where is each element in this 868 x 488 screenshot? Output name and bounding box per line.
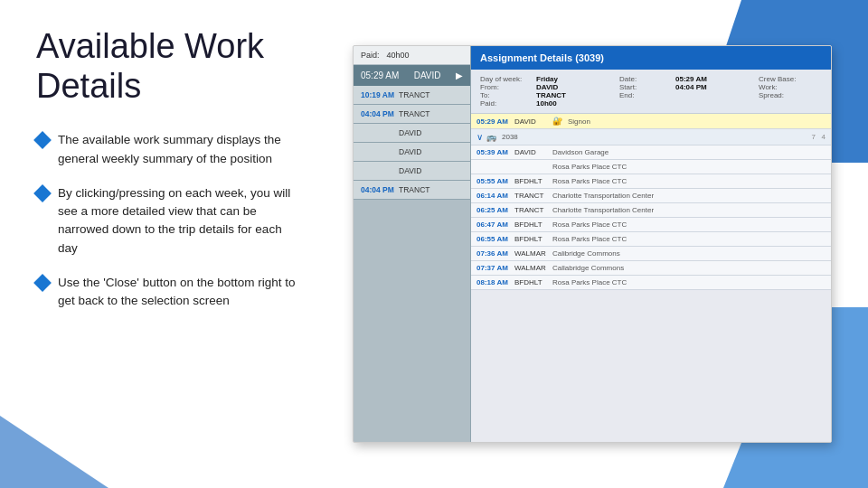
bullet-text-3: Use the 'Close' button on the bottom rig… xyxy=(58,274,298,311)
ss-sidebar: Paid: 40h00 05:29 AM DAVID ▶ 10:19 AM TR… xyxy=(354,46,471,442)
ss-sidebar-row-5[interactable]: 04:04 PM TRANCT xyxy=(354,181,470,200)
ss-sched-row-9[interactable]: 08:18 AM BFDHLT Rosa Parks Place CTC xyxy=(471,276,831,290)
bullet-diamond-1 xyxy=(33,131,52,149)
signon-icon: 🔐 xyxy=(552,117,562,126)
bullet-text-1: The available work summary displays the … xyxy=(58,131,298,168)
ss-sidebar-row-0[interactable]: 10:19 AM TRANCT xyxy=(354,86,470,105)
bullet-item-2: By clicking/pressing on each week, you w… xyxy=(36,184,298,258)
ss-main-panel: Assignment Details (3039) Day of week: F… xyxy=(471,46,831,442)
ss-sched-row-6[interactable]: 06:55 AM BFDHLT Rosa Parks Place CTC xyxy=(471,232,831,247)
bullet-text-2: By clicking/pressing on each week, you w… xyxy=(58,184,298,258)
ss-sidebar-row-2[interactable]: DAVID xyxy=(354,124,470,143)
right-panel: Paid: 40h00 05:29 AM DAVID ▶ 10:19 AM TR… xyxy=(326,0,868,488)
bullet-item-1: The available work summary displays the … xyxy=(36,131,298,168)
ss-sched-row-4[interactable]: 06:25 AM TRANCT Charlotte Transportation… xyxy=(471,203,831,218)
paid-value: 40h00 xyxy=(387,51,410,60)
left-panel: Available Work Details The available wor… xyxy=(0,0,326,488)
ss-sched-row-7[interactable]: 07:36 AM WALMAR Calibridge Commons xyxy=(471,247,831,261)
ss-assign-header: Assignment Details (3039) xyxy=(471,46,831,70)
ss-sidebar-row-3[interactable]: DAVID xyxy=(354,143,470,162)
ss-assign-info: Day of week: From: To: Paid: Friday DAVI… xyxy=(471,70,831,114)
ss-sidebar-active-row: 05:29 AM DAVID ▶ xyxy=(354,65,470,86)
ss-sidebar-row-4[interactable]: DAVID xyxy=(354,162,470,181)
ss-sched-row-8[interactable]: 07:37 AM WALMAR Callabridge Commons xyxy=(471,261,831,276)
bullet-list: The available work summary displays the … xyxy=(36,131,298,310)
ss-sched-row-expand[interactable]: ∨ 🚌 2038 7 4 xyxy=(471,129,831,145)
page-title: Available Work Details xyxy=(36,27,298,106)
ss-sched-row-5[interactable]: 06:47 AM BFDHLT Rosa Parks Place CTC xyxy=(471,218,831,232)
ss-sched-row-signon[interactable]: 05:29 AM DAVID 🔐 Signon xyxy=(471,114,831,129)
ss-sched-row-3[interactable]: 06:14 AM TRANCT Charlotte Transportation… xyxy=(471,189,831,203)
ss-paid-row: Paid: 40h00 xyxy=(354,46,470,65)
ss-sched-row-2[interactable]: 05:55 AM BFDHLT Rosa Parks Place CTC xyxy=(471,174,831,189)
bullet-item-3: Use the 'Close' button on the bottom rig… xyxy=(36,274,298,311)
ss-sidebar-time-header: 05:29 AM xyxy=(361,70,399,80)
ss-sidebar-row-1[interactable]: 04:04 PM TRANCT xyxy=(354,105,470,124)
bullet-diamond-3 xyxy=(33,274,52,292)
bus-icon: 🚌 xyxy=(486,133,496,142)
content-area: Available Work Details The available wor… xyxy=(0,0,868,488)
paid-label: Paid: xyxy=(361,51,380,60)
bullet-diamond-2 xyxy=(33,184,52,202)
ss-sched-row-1[interactable]: Rosa Parks Place CTC xyxy=(471,160,831,174)
ss-schedule: 05:29 AM DAVID 🔐 Signon ∨ 🚌 2038 7 4 05:… xyxy=(471,114,831,290)
ss-assign-title: Assignment Details (3039) xyxy=(480,52,604,63)
ss-sched-row-0[interactable]: 05:39 AM DAVID Davidson Garage xyxy=(471,145,831,160)
ss-sidebar-name-header: DAVID xyxy=(414,70,441,80)
screenshot-mockup: Paid: 40h00 05:29 AM DAVID ▶ 10:19 AM TR… xyxy=(353,45,832,443)
chevron-icon: ∨ xyxy=(476,132,483,142)
